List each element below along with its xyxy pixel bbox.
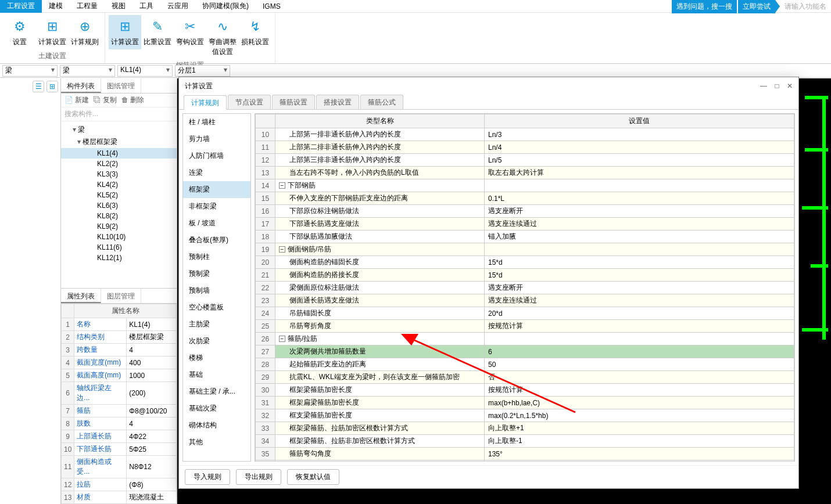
rule-value[interactable]: 遇支座断开 — [485, 282, 794, 294]
rule-row[interactable]: 22梁侧面原位标注筋做法遇支座断开 — [256, 282, 794, 294]
rule-row[interactable]: 21侧面构造筋的搭接长度15*d — [256, 269, 794, 282]
category-item[interactable]: 空心楼盖板 — [183, 299, 250, 316]
prop-key[interactable]: 肢数 — [74, 417, 127, 430]
prop-key[interactable]: 下部通长筋 — [74, 443, 127, 456]
category-item[interactable]: 其他 — [183, 434, 250, 451]
rule-value[interactable]: 取左右最大跨计算 — [485, 167, 794, 179]
category-list[interactable]: 柱 / 墙柱剪力墙人防门框墙连梁框架梁非框架梁板 / 坡道叠合板(整厚)预制柱预… — [182, 113, 251, 462]
rule-value[interactable]: 否 — [485, 371, 794, 384]
menu-2[interactable]: 工程量 — [70, 0, 105, 13]
rule-name[interactable]: 框架梁箍筋加密长度 — [275, 384, 485, 397]
new-button[interactable]: 📄 新建 — [65, 95, 89, 105]
prop-key[interactable]: 侧面构造或受... — [74, 456, 127, 478]
prop-tab-1[interactable]: 图层管理 — [101, 289, 141, 303]
rule-row[interactable]: 18下部纵筋遇加腋做法锚入加腋 — [256, 231, 794, 243]
rule-row[interactable]: 33框架梁箍筋、拉筋加密区根数计算方式向上取整+1 — [256, 422, 794, 435]
prop-key[interactable]: 轴线距梁左边... — [74, 382, 127, 405]
prop-val[interactable]: N8Φ12 — [127, 456, 177, 478]
menu-4[interactable]: 工具 — [132, 0, 160, 13]
rule-name[interactable]: 下部原位标注钢筋做法 — [275, 205, 485, 218]
rule-name[interactable]: −下部钢筋 — [275, 179, 485, 192]
prop-val[interactable]: 5Φ25 — [127, 443, 177, 456]
rule-value[interactable]: 6 — [485, 345, 794, 358]
rule-value[interactable]: 梁柱垂直下加腋端部 — [485, 460, 794, 462]
tree-root[interactable]: 梁 — [61, 124, 177, 136]
rule-row[interactable]: 23侧面通长筋遇支座做法遇支座连续通过 — [256, 294, 794, 307]
tree-item[interactable]: KL10(10) — [61, 232, 177, 242]
rule-row[interactable]: 32框支梁箍筋加密长度max(0.2*Ln,1.5*hb) — [256, 409, 794, 422]
ribbon-损耗设置[interactable]: ↯损耗设置 — [239, 15, 271, 49]
category-item[interactable]: 楼梯 — [183, 350, 250, 366]
tree-item[interactable]: KL4(2) — [61, 179, 177, 190]
rule-value[interactable]: 按规范计算 — [485, 320, 794, 333]
category-item[interactable]: 非框架梁 — [183, 198, 250, 215]
dlg-tab-0[interactable]: 计算规则 — [184, 95, 227, 110]
prop-val[interactable]: 4 — [127, 417, 177, 430]
rule-name[interactable]: 上部第一排非通长筋伸入跨内的长度 — [275, 128, 485, 141]
rule-row[interactable]: 27次梁两侧共增加箍筋数量6 — [256, 345, 794, 358]
import-rules-button[interactable]: 导入规则 — [185, 469, 230, 485]
rule-value[interactable]: 向上取整-1 — [485, 435, 794, 448]
rule-value[interactable]: Ln/5 — [485, 154, 794, 167]
rule-name[interactable]: 侧面构造筋的搭接长度 — [275, 269, 485, 282]
rule-value[interactable]: 135° — [485, 448, 794, 460]
rule-row[interactable]: 28起始箍筋距支座边的距离50 — [256, 358, 794, 371]
category-item[interactable]: 叠合板(整厚) — [183, 232, 250, 249]
tree-item[interactable]: KL1(4) — [61, 148, 177, 159]
close-icon[interactable]: ✕ — [787, 82, 793, 90]
rule-value[interactable]: 0.1*L — [485, 192, 794, 205]
delete-button[interactable]: 🗑 删除 — [121, 95, 144, 105]
property-table[interactable]: 属性名称1名称KL1(4)2结构类别楼层框架梁3跨数量44截面宽度(mm)400… — [61, 304, 177, 504]
prop-key[interactable]: 箍筋 — [74, 405, 127, 417]
component-tree[interactable]: 梁楼层框架梁KL1(4)KL2(2)KL3(3)KL4(2)KL5(2)KL6(… — [61, 121, 177, 288]
rule-value[interactable]: 遇支座断开 — [485, 205, 794, 218]
try-button[interactable]: 立即尝试 — [738, 0, 775, 13]
menu-7[interactable]: IGMS — [256, 1, 288, 12]
dlg-tab-3[interactable]: 搭接设置 — [316, 95, 359, 109]
rule-name[interactable]: −侧面钢筋/吊筋 — [275, 243, 485, 256]
rule-row[interactable]: 16下部原位标注钢筋做法遇支座断开 — [256, 205, 794, 218]
rule-row[interactable]: 11上部第二排非通长筋伸入跨内的长度Ln/4 — [256, 141, 794, 154]
prop-key[interactable]: 名称 — [74, 318, 127, 331]
help-hint[interactable]: 遇到问题，搜一搜 — [672, 0, 737, 13]
grid-view-icon[interactable]: ⊞ — [46, 81, 58, 92]
rule-row[interactable]: 34框架梁箍筋、拉筋非加密区根数计算方式向上取整-1 — [256, 435, 794, 448]
rules-grid[interactable]: 类型名称设置值10上部第一排非通长筋伸入跨内的长度Ln/311上部第二排非通长筋… — [255, 113, 795, 462]
dlg-tab-4[interactable]: 箍筋公式 — [360, 95, 403, 109]
component-tab-0[interactable]: 构件列表 — [61, 78, 101, 93]
tree-item[interactable]: KL9(2) — [61, 221, 177, 232]
rule-name[interactable]: 侧面构造筋的锚固长度 — [275, 256, 485, 269]
component-tab-1[interactable]: 图纸管理 — [101, 78, 141, 93]
tree-item[interactable]: KL3(3) — [61, 169, 177, 179]
prop-val[interactable]: 400 — [127, 357, 177, 369]
category-item[interactable]: 基础主梁 / 承... — [183, 383, 250, 400]
rule-name[interactable]: −箍筋/拉筋 — [275, 333, 485, 345]
rule-name[interactable]: 吊筋锚固长度 — [275, 307, 485, 320]
rule-name[interactable]: 侧面通长筋遇支座做法 — [275, 294, 485, 307]
rule-value[interactable]: Ln/3 — [485, 128, 794, 141]
copy-button[interactable]: ⿻ 复制 — [94, 95, 116, 105]
ribbon-设置[interactable]: ⚙设置 — [3, 15, 36, 49]
reset-defaults-button[interactable]: 恢复默认值 — [287, 469, 339, 485]
rule-name[interactable]: 次梁两侧共增加箍筋数量 — [275, 345, 485, 358]
rule-value[interactable] — [485, 243, 794, 256]
rule-name[interactable]: 框架扁梁箍筋加密长度 — [275, 397, 485, 409]
rule-value[interactable]: 向上取整+1 — [485, 422, 794, 435]
tree-item[interactable]: KL12(1) — [61, 253, 177, 263]
prop-val[interactable]: 4 — [127, 344, 177, 357]
list-view-icon[interactable]: ☰ — [33, 81, 44, 92]
rule-row[interactable]: 10上部第一排非通长筋伸入跨内的长度Ln/3 — [256, 128, 794, 141]
prop-val[interactable]: 楼层框架梁 — [127, 331, 177, 344]
rule-name[interactable]: 不伸入支座的下部钢筋距支座边的距离 — [275, 192, 485, 205]
rule-row[interactable]: 31框架扁梁箍筋加密长度max(b+hb,lae,C) — [256, 397, 794, 409]
prop-key[interactable]: 拉筋 — [74, 478, 127, 491]
category-item[interactable]: 板 / 坡道 — [183, 215, 250, 232]
rule-value[interactable]: 遇支座连续通过 — [485, 218, 794, 231]
menu-3[interactable]: 视图 — [105, 0, 132, 13]
prop-val[interactable]: KL1(4) — [127, 318, 177, 331]
tree-group[interactable]: 楼层框架梁 — [61, 136, 177, 148]
prop-key[interactable]: 结构类别 — [74, 331, 127, 344]
menu-5[interactable]: 云应用 — [160, 0, 195, 13]
minimize-icon[interactable]: — — [760, 82, 767, 90]
rule-value[interactable]: 按规范计算 — [485, 384, 794, 397]
